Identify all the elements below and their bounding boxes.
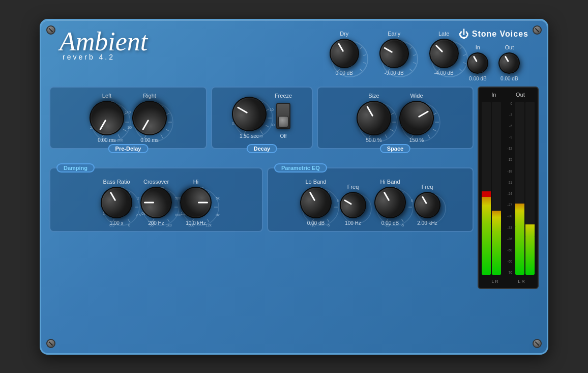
brand-name: Stone Voices — [472, 30, 528, 39]
svg-line-7 — [360, 47, 362, 49]
hi-band-knob-wrapper: 0 5 -5 -10 -5 — [374, 187, 406, 218]
left-value: 0.00 ms — [98, 137, 116, 143]
damping-knobs: Bass Ratio — [56, 179, 256, 226]
wide-knob[interactable] — [399, 101, 434, 135]
left-knob[interactable] — [90, 101, 124, 135]
svg-line-93 — [390, 129, 394, 131]
svg-text:5: 5 — [411, 199, 413, 203]
svg-line-9 — [363, 62, 366, 63]
lo-freq-knob[interactable] — [340, 192, 366, 218]
hi-value: 10.0 kHz — [186, 220, 205, 226]
svg-text:140: 140 — [125, 110, 131, 114]
vu-out-lr: L R — [518, 279, 525, 284]
damping-panel: Damping Bass Ratio — [49, 167, 263, 232]
predelay-label: Pre-Delay — [108, 144, 149, 153]
late-knob[interactable] — [429, 39, 459, 68]
predelay-panel: Left — [49, 87, 207, 149]
late-knob-wrapper — [429, 39, 459, 68]
hi-freq-knob[interactable] — [414, 192, 440, 218]
wide-value: 150 % — [409, 137, 424, 143]
right-knob[interactable] — [132, 101, 167, 135]
decay-label: Decay — [247, 144, 277, 153]
eq-knobs: Lo Band — [274, 179, 466, 226]
vu-scale-30: -30 — [503, 214, 512, 218]
header: Ambient reverb 4.2 Dry — [49, 28, 539, 81]
predelay-knobs: Left — [56, 93, 200, 143]
dry-knob[interactable] — [330, 39, 359, 68]
crossover-knob-wrapper: 312 500 800 1k3 50 08 125 200 — [140, 187, 172, 218]
hi-band-label: Hi Band — [380, 179, 400, 185]
dry-knob-wrapper — [330, 39, 359, 68]
svg-line-105 — [433, 129, 436, 131]
lo-band-knob[interactable] — [300, 187, 332, 218]
svg-line-94 — [385, 134, 387, 138]
svg-line-126 — [168, 219, 170, 222]
bass-ratio-knob-group: Bass Ratio — [101, 179, 132, 226]
out-knob[interactable] — [498, 52, 520, 74]
top-knobs-section: Dry — [330, 31, 459, 76]
vu-scale-60: -60 — [503, 260, 512, 263]
svg-text:1k3: 1k3 — [166, 223, 171, 227]
vu-footer: L R L R — [482, 279, 535, 284]
svg-line-74 — [266, 125, 269, 127]
out-label: Out — [505, 44, 514, 50]
svg-line-113 — [128, 219, 130, 222]
svg-line-19 — [413, 54, 416, 55]
right-knob-wrapper — [132, 101, 167, 135]
screw-bl — [46, 339, 55, 348]
wide-knob-group: Wide — [399, 93, 434, 143]
crossover-knob-group: Crossover — [140, 179, 172, 226]
hi-band-knob-group: Hi Band — [374, 179, 406, 226]
vu-out-l — [515, 102, 524, 275]
svg-text:0: 0 — [128, 223, 130, 227]
crossover-knob[interactable] — [140, 187, 172, 218]
svg-text:-5: -5 — [401, 223, 404, 227]
dry-label: Dry — [340, 31, 348, 37]
vu-scale-18: -18 — [503, 169, 512, 173]
right-value: 0.00 ms — [140, 137, 159, 143]
brand-section: ⏻ Stone Voices In 0.00 dB Out 0.00 dB — [459, 28, 528, 81]
size-knob-group: Size — [357, 93, 391, 143]
svg-line-141 — [208, 219, 210, 222]
size-knob[interactable] — [357, 101, 391, 135]
left-label: Left — [102, 93, 111, 99]
plugin-name: Ambient — [60, 28, 330, 55]
vu-header: In Out — [482, 92, 535, 98]
out-knob-group: Out 0.00 dB — [498, 44, 520, 81]
decay-knob-group: 3 10 30 100 0 0.3 1 — [232, 97, 267, 139]
screw-tl — [46, 25, 55, 35]
late-label: Late — [438, 31, 449, 37]
hi-freq-label: Freq — [422, 184, 433, 190]
screw-tr — [533, 25, 542, 35]
late-value: -4.00 dB — [434, 70, 454, 76]
svg-text:5: 5 — [337, 199, 339, 203]
lo-band-value: 0.00 dB — [307, 220, 325, 226]
damping-label: Damping — [56, 163, 95, 173]
early-label: Early — [388, 31, 400, 37]
svg-text:2: 2 — [137, 196, 139, 200]
bass-ratio-knob[interactable] — [101, 187, 132, 218]
left-content: Left — [49, 87, 474, 289]
right-label: Right — [143, 93, 156, 99]
lo-band-label: Lo Band — [306, 179, 327, 185]
early-knob-group: Early — [379, 31, 409, 76]
in-knob[interactable] — [467, 52, 488, 74]
screw-br — [533, 339, 542, 348]
vu-scale-12: -12 — [503, 147, 512, 150]
decay-knob[interactable] — [232, 97, 267, 131]
svg-text:5k: 5k — [216, 196, 220, 200]
right-knob-group: Right — [132, 93, 167, 143]
brand-icon: ⏻ — [459, 28, 469, 40]
svg-line-10 — [360, 69, 362, 71]
hi-freq-knob-group: Freq 2.00 kHz — [414, 184, 440, 226]
eq-label: Parametric EQ — [274, 163, 327, 173]
vu-meter-panel: In Out — [478, 87, 539, 289]
size-label: Size — [368, 93, 379, 99]
hi-band-knob[interactable] — [374, 187, 406, 218]
hi-knob[interactable] — [180, 187, 212, 218]
freeze-toggle[interactable] — [276, 103, 290, 129]
early-knob[interactable] — [379, 39, 409, 68]
dry-value: 0.00 dB — [335, 70, 352, 76]
hi-knob-group: Hi — [180, 179, 212, 226]
svg-text:160: 160 — [127, 126, 132, 129]
